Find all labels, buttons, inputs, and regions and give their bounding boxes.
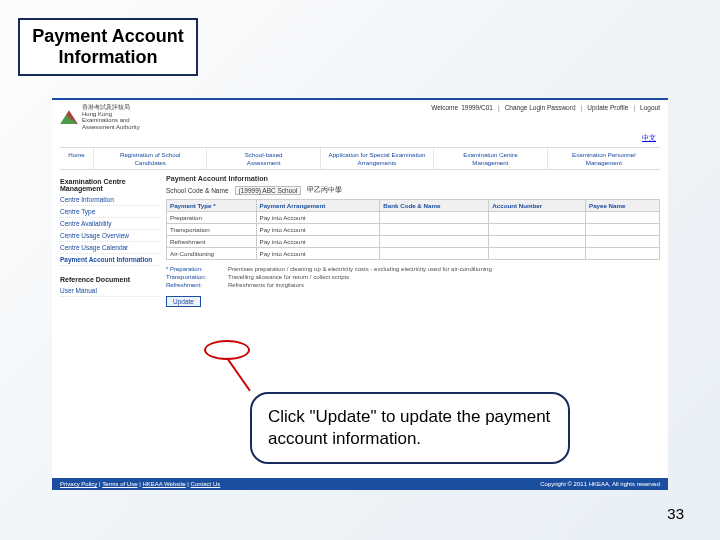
sidebar-section-ref: Reference Document — [60, 276, 160, 283]
footer-terms[interactable]: Terms of Use — [102, 481, 137, 487]
footer-links: Privacy Policy | Terms of Use | HKEAA We… — [60, 481, 220, 487]
cell-arrangement: Pay into Account — [256, 236, 380, 248]
school-name-zh: 甲乙丙中學 — [307, 186, 342, 195]
sidebar-section-ecm: Examination Centre Management — [60, 178, 160, 192]
school-info-row: School Code & Name (19999) ABC School 甲乙… — [166, 186, 660, 195]
separator: | — [579, 104, 585, 111]
tab-label: Management — [436, 159, 544, 166]
logo-block: 香港考試及評核局 Hong Kong Examinations and Asse… — [60, 104, 140, 130]
cell-account — [489, 248, 586, 260]
sidebar: Examination Centre Management Centre Inf… — [60, 170, 160, 306]
cell-bank — [380, 224, 489, 236]
cell-payee — [586, 236, 660, 248]
footer-website[interactable]: HKEAA Website — [142, 481, 185, 487]
cell-account — [489, 212, 586, 224]
note-text-preparation: Premises preparation / cleaning up & ele… — [228, 266, 492, 274]
sidebar-item-payment-account[interactable]: Payment Account Information — [60, 254, 160, 266]
note-text-refreshment: Refreshments for invigilators — [228, 282, 304, 290]
tab-home[interactable]: Home — [60, 148, 94, 169]
note-label-transportation: Transportation: — [166, 274, 224, 282]
sidebar-item-centre-info[interactable]: Centre Information — [60, 194, 160, 206]
table-header-row: Payment Type * Payment Arrangement Bank … — [167, 200, 660, 212]
tab-label: Assessment — [209, 159, 317, 166]
footer-privacy[interactable]: Privacy Policy — [60, 481, 97, 487]
org-name-en3: Assessment Authority — [82, 124, 140, 131]
separator: | — [496, 104, 502, 111]
tab-label: Application for Special Examination — [323, 151, 431, 158]
sidebar-item-usage-overview[interactable]: Centre Usage Overview — [60, 230, 160, 242]
note-text-transportation: Travelling allowance for return / collec… — [228, 274, 349, 282]
th-payee: Payee Name — [586, 200, 660, 212]
cell-bank — [380, 236, 489, 248]
footer-copyright: Copyright © 2011 HKEAA, All rights reser… — [540, 481, 660, 487]
tab-registration[interactable]: Registration of School Candidates — [94, 148, 207, 169]
note-label-refreshment: Refreshment: — [166, 282, 224, 290]
footer-contact[interactable]: Contact Us — [191, 481, 221, 487]
tab-exam-personnel[interactable]: Examination Personnel Management — [548, 148, 660, 169]
note-label-preparation: * Preparation: — [166, 266, 224, 274]
th-payment-type: Payment Type * — [167, 200, 257, 212]
cell-payee — [586, 212, 660, 224]
cell-bank — [380, 212, 489, 224]
sidebar-item-usage-calendar[interactable]: Centre Usage Calendar — [60, 242, 160, 254]
welcome-bar: Welcome 19999/C01 | Change Login Passwor… — [431, 104, 660, 130]
org-name-en1: Hong Kong — [82, 111, 140, 118]
tab-sba[interactable]: School-based Assessment — [207, 148, 320, 169]
payment-table: Payment Type * Payment Arrangement Bank … — [166, 199, 660, 260]
content-area: Examination Centre Management Centre Inf… — [52, 170, 668, 306]
update-profile-link[interactable]: Update Profile — [587, 104, 628, 111]
sidebar-item-user-manual[interactable]: User Manual — [60, 285, 160, 297]
sidebar-item-centre-type[interactable]: Centre Type — [60, 206, 160, 218]
cell-type: Air-Conditioning — [167, 248, 257, 260]
table-row: Refreshment Pay into Account — [167, 236, 660, 248]
table-row: Transportation Pay into Account — [167, 224, 660, 236]
cell-arrangement: Pay into Account — [256, 224, 380, 236]
th-payment-arrangement: Payment Arrangement — [256, 200, 380, 212]
th-bank: Bank Code & Name — [380, 200, 489, 212]
app-header: 香港考試及評核局 Hong Kong Examinations and Asse… — [52, 100, 668, 132]
instruction-text: Click "Update" to update the payment acc… — [268, 407, 550, 448]
school-code-value: (19999) ABC School — [235, 186, 302, 195]
cell-arrangement: Pay into Account — [256, 248, 380, 260]
notes-block: * Preparation:Premises preparation / cle… — [166, 266, 660, 289]
tab-special-exam[interactable]: Application for Special Examination Arra… — [321, 148, 434, 169]
update-button[interactable]: Update — [166, 296, 201, 307]
tab-label: Arrangements — [323, 159, 431, 166]
slide-title: Payment Account Information — [20, 26, 196, 68]
slide-page-number: 33 — [667, 505, 684, 522]
page-title: Payment Account Information — [166, 174, 660, 183]
slide-title-callout: Payment Account Information — [18, 18, 198, 76]
table-row: Preparation Pay into Account — [167, 212, 660, 224]
tab-label: Examination Centre — [436, 151, 544, 158]
change-password-link[interactable]: Change Login Password — [505, 104, 576, 111]
org-name-en2: Examinations and — [82, 117, 140, 124]
org-name-zh: 香港考試及評核局 — [82, 104, 140, 111]
app-footer: Privacy Policy | Terms of Use | HKEAA We… — [52, 478, 668, 490]
cell-account — [489, 236, 586, 248]
language-toggle[interactable]: 中文 — [642, 134, 656, 141]
sidebar-item-centre-availability[interactable]: Centre Availability — [60, 218, 160, 230]
language-row: 中文 — [52, 132, 668, 145]
tab-label: Management — [550, 159, 658, 166]
cell-account — [489, 224, 586, 236]
org-name: 香港考試及評核局 Hong Kong Examinations and Asse… — [82, 104, 140, 130]
tab-label: School-based — [209, 151, 317, 158]
th-account-number: Account Number — [489, 200, 586, 212]
school-label: School Code & Name — [166, 187, 229, 194]
cell-type: Transportation — [167, 224, 257, 236]
cell-type: Preparation — [167, 212, 257, 224]
main-nav: Home Registration of School Candidates S… — [60, 147, 660, 170]
table-row: Air-Conditioning Pay into Account — [167, 248, 660, 260]
main-panel: Payment Account Information School Code … — [166, 170, 660, 306]
cell-payee — [586, 224, 660, 236]
tab-label: Examination Personnel — [550, 151, 658, 158]
welcome-prefix: Welcome — [431, 104, 458, 111]
tab-exam-centre[interactable]: Examination Centre Management — [434, 148, 547, 169]
tab-label: Candidates — [96, 159, 204, 166]
logout-link[interactable]: Logout — [640, 104, 660, 111]
separator: | — [631, 104, 637, 111]
instruction-callout: Click "Update" to update the payment acc… — [250, 392, 570, 464]
user-id: 19999/C01 — [461, 104, 493, 111]
cell-payee — [586, 248, 660, 260]
cell-arrangement: Pay into Account — [256, 212, 380, 224]
